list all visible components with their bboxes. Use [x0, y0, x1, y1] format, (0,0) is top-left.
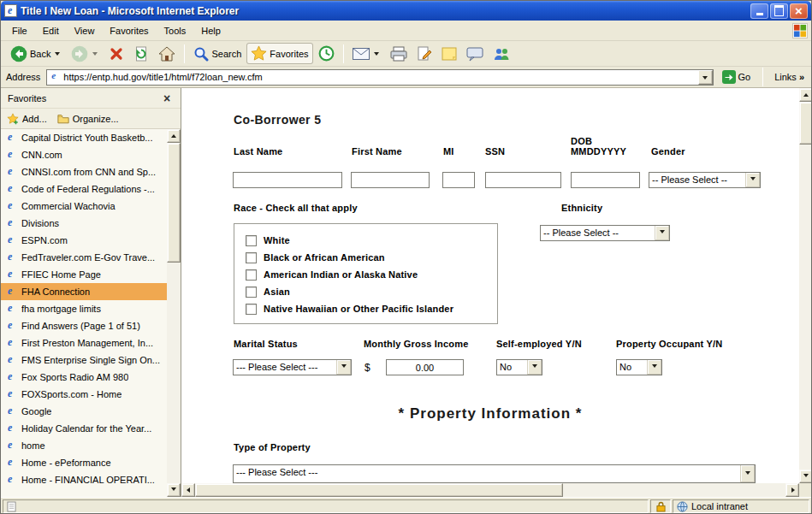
dropdown-arrow-icon[interactable] — [745, 173, 760, 187]
favorite-item[interactable]: Commercial Wachovia — [1, 198, 168, 215]
favorite-item[interactable]: FFIEC Home Page — [1, 266, 168, 283]
title-bar[interactable]: Title I New Loan - Microsoft Internet Ex… — [1, 1, 811, 21]
checkbox[interactable] — [246, 287, 257, 298]
back-dropdown[interactable] — [53, 47, 62, 60]
print-button[interactable] — [386, 44, 412, 64]
favorite-item[interactable]: FMS Enterprise Single Sign On... — [1, 352, 168, 369]
favorite-item[interactable]: FHA Connection — [1, 283, 168, 300]
mail-dropdown[interactable] — [372, 47, 381, 60]
favorite-item[interactable]: First Preston Management, In... — [1, 334, 168, 352]
checkbox[interactable] — [246, 235, 257, 246]
dropdown-arrow-icon[interactable] — [527, 360, 542, 375]
property-type-select[interactable]: --- Please Select --- — [233, 464, 756, 483]
vertical-scroll-thumb[interactable] — [799, 102, 812, 145]
ssn-input[interactable] — [485, 172, 561, 188]
scroll-up-button[interactable] — [799, 88, 812, 102]
favorite-item[interactable]: Google — [1, 403, 168, 420]
gender-select[interactable]: -- Please Select -- — [649, 172, 761, 188]
ethnicity-select[interactable]: -- Please Select -- — [540, 225, 670, 241]
forward-button[interactable] — [67, 43, 104, 65]
race-option[interactable]: Black or African American — [246, 249, 486, 266]
content-vertical-scrollbar[interactable] — [799, 88, 812, 483]
notes-button[interactable] — [437, 44, 461, 64]
menu-item[interactable]: Help — [193, 23, 228, 38]
race-option[interactable]: American Indian or Alaska Native — [246, 266, 486, 283]
links-button[interactable]: Links » — [771, 71, 808, 83]
menu-item[interactable]: Edit — [35, 23, 67, 38]
dropdown-arrow-icon[interactable] — [655, 226, 669, 240]
favorites-scroll-up-button[interactable] — [167, 129, 181, 143]
go-icon — [722, 70, 736, 84]
mail-button[interactable] — [348, 44, 385, 62]
window-controls — [750, 3, 808, 19]
scroll-down-button[interactable] — [799, 470, 812, 483]
favorites-scrollbar[interactable] — [167, 129, 181, 497]
address-dropdown[interactable] — [698, 70, 713, 85]
favorites-button[interactable]: Favorites — [246, 43, 312, 64]
menu-item[interactable]: File — [4, 23, 35, 38]
stop-icon — [109, 46, 124, 62]
last-name-input[interactable] — [233, 172, 342, 188]
mi-input[interactable] — [442, 172, 475, 188]
favorite-item[interactable]: Fox Sports Radio AM 980 — [1, 369, 168, 386]
favorite-item[interactable]: Home - ePeformance — [1, 454, 168, 471]
monthly-income-input[interactable] — [386, 359, 464, 375]
discuss-button[interactable] — [462, 44, 488, 64]
favorite-item[interactable]: FedTraveler.com E-Gov Trave... — [1, 249, 168, 266]
scroll-left-button[interactable] — [181, 483, 195, 497]
close-favorites-button[interactable] — [160, 92, 174, 104]
maximize-button[interactable] — [770, 3, 788, 19]
favorite-item[interactable]: Capital District Youth Basketb... — [1, 129, 168, 146]
first-name-input[interactable] — [351, 172, 430, 188]
dropdown-arrow-icon[interactable] — [740, 465, 755, 482]
checkbox[interactable] — [246, 304, 257, 315]
marital-status-select[interactable]: --- Please Select --- — [233, 359, 352, 375]
race-option[interactable]: White — [246, 232, 486, 249]
home-button[interactable] — [154, 44, 180, 64]
scroll-right-button[interactable] — [785, 483, 799, 497]
horizontal-scroll-thumb[interactable] — [195, 483, 563, 497]
forward-dropdown[interactable] — [91, 47, 99, 60]
checkbox[interactable] — [246, 269, 257, 281]
content-horizontal-scrollbar[interactable] — [181, 483, 799, 497]
favorite-item[interactable]: CNNSI.com from CNN and Sp... — [1, 163, 168, 180]
organize-favorites-button[interactable]: Organize... — [57, 114, 119, 124]
stop-button[interactable] — [104, 44, 128, 64]
go-button[interactable]: Go — [718, 69, 756, 85]
property-occupant-select[interactable]: No — [616, 359, 662, 375]
back-button[interactable]: Back — [6, 43, 66, 65]
status-zone-pane: Local intranet — [673, 499, 809, 513]
dropdown-arrow-icon[interactable] — [647, 360, 661, 375]
edit-button[interactable] — [412, 44, 436, 64]
menu-item[interactable]: View — [67, 23, 103, 38]
menu-item[interactable]: Tools — [157, 23, 194, 38]
favorite-item[interactable]: CNN.com — [1, 146, 168, 163]
minimize-button[interactable] — [750, 3, 768, 19]
search-button[interactable]: Search — [189, 44, 246, 64]
favorite-item[interactable]: Home - FINANCIAL OPERATI... — [1, 471, 168, 488]
self-employed-select[interactable]: No — [496, 359, 542, 375]
favorite-item[interactable]: ESPN.com — [1, 232, 168, 249]
menu-item[interactable]: Favorites — [102, 23, 156, 38]
ie-favorite-icon — [6, 269, 17, 281]
address-input[interactable]: https://entp.hud.gov/title1/html/f72loan… — [46, 69, 713, 86]
favorite-item[interactable]: Divisions — [1, 215, 168, 232]
favorite-item[interactable]: Find Answers (Page 1 of 51) — [1, 317, 168, 334]
favorite-item[interactable]: FOXSports.com - Home — [1, 386, 168, 403]
refresh-button[interactable] — [129, 44, 153, 64]
add-favorite-button[interactable]: Add... — [7, 113, 47, 125]
race-option[interactable]: Native Hawaiian or Other Pacific Islande… — [246, 300, 486, 317]
history-button[interactable] — [314, 43, 339, 64]
favorite-item[interactable]: Code of Federal Regulations -... — [1, 180, 168, 198]
dropdown-arrow-icon[interactable] — [336, 360, 351, 375]
favorite-item[interactable]: fha mortgage limits — [1, 300, 168, 317]
checkbox[interactable] — [246, 252, 257, 263]
favorite-item[interactable]: home — [1, 437, 168, 454]
favorite-item[interactable]: Holiday Calendar for the Year... — [1, 420, 168, 437]
dob-input[interactable] — [571, 172, 640, 188]
race-option[interactable]: Asian — [246, 283, 486, 300]
close-button[interactable] — [790, 3, 808, 19]
favorites-scroll-thumb[interactable] — [167, 143, 181, 263]
messenger-button[interactable] — [489, 44, 514, 64]
favorites-scroll-down-button[interactable] — [167, 483, 181, 497]
